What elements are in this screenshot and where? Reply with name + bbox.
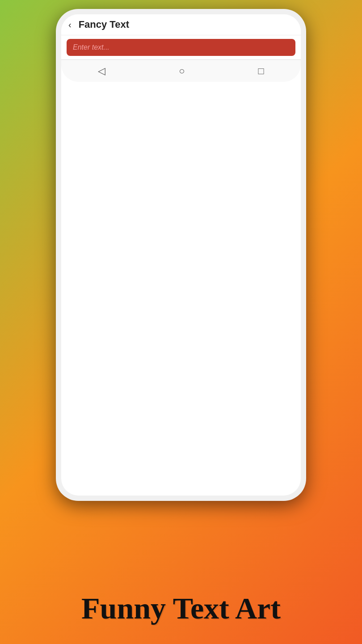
- phone-screen: ‹ Fancy Text Enter text... font styl ┌──…: [61, 14, 301, 496]
- nav-home-button[interactable]: ○: [179, 65, 185, 77]
- phone-mockup: ‹ Fancy Text Enter text... font styl ┌──…: [56, 9, 306, 501]
- nav-recent-button[interactable]: □: [258, 65, 264, 77]
- back-button[interactable]: ‹: [68, 20, 72, 30]
- phone-navigation: ◁ ○ □: [61, 59, 301, 82]
- text-input-bar[interactable]: Enter text...: [67, 39, 295, 56]
- bottom-title-section: Funny Text Art: [0, 591, 362, 626]
- text-input-placeholder: Enter text...: [73, 43, 109, 51]
- app-header: ‹ Fancy Text: [61, 14, 301, 35]
- nav-back-button[interactable]: ◁: [98, 65, 105, 77]
- app-title: Fancy Text: [79, 19, 129, 30]
- bottom-title-text: Funny Text Art: [81, 591, 281, 625]
